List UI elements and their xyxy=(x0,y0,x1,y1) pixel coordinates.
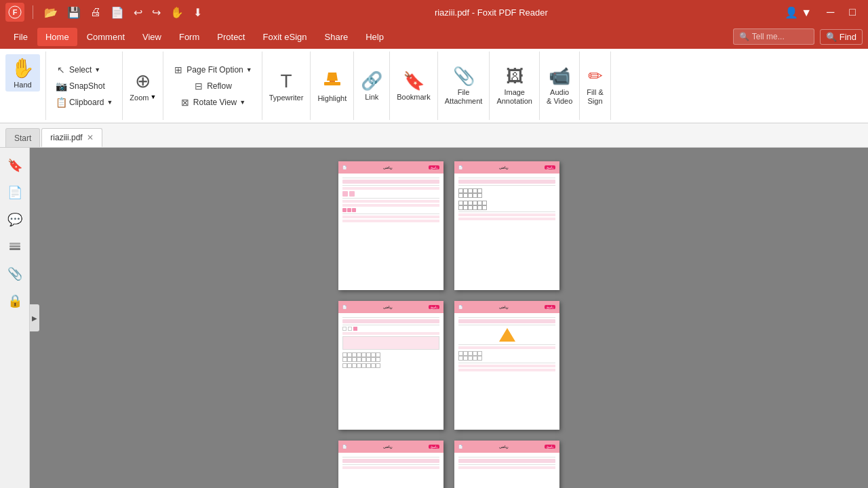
ribbon-group-link[interactable]: 🔗 Link xyxy=(354,52,390,120)
menu-bar-right: 🔍 🔍 Find xyxy=(733,28,863,45)
menu-form[interactable]: Form xyxy=(171,28,208,46)
tell-me-input[interactable] xyxy=(752,32,806,41)
page-header-3: 📄 ریاضی پاسخ xyxy=(338,301,443,313)
sidebar-pages-icon[interactable]: 📄 xyxy=(3,180,27,205)
download-icon[interactable]: ⬇ xyxy=(191,5,205,20)
ribbon-group-file-attachment[interactable]: 📎 FileAttachment xyxy=(438,52,490,120)
svg-rect-3 xyxy=(9,248,20,250)
hand-tool-icon[interactable]: ✋ xyxy=(167,5,186,20)
ribbon-group-highlight[interactable]: Highlight xyxy=(311,52,354,120)
pdf-page-1[interactable]: 📄 ریاضی پاسخ xyxy=(338,161,443,290)
sidebar-expand-btn[interactable]: ▶ xyxy=(30,304,39,331)
ribbon-group-hand: ✋ Hand xyxy=(0,52,46,120)
find-icon: 🔍 xyxy=(826,32,837,42)
fill-sign-icon: ✏ xyxy=(588,66,603,87)
ribbon-group-view: ⊞ Page Fit Option ▼ ⊟ Reflow ⊠ Rotate Vi… xyxy=(163,52,262,120)
ribbon-group-bookmark[interactable]: 🔖 Bookmark xyxy=(390,52,438,120)
bookmark-icon: 🔖 xyxy=(403,70,425,92)
audio-video-label: Audio& Video xyxy=(547,88,572,106)
pdf-page-4-content: 📄 ریاضی پاسخ xyxy=(454,301,559,430)
app-logo: F xyxy=(5,3,24,22)
select-group-btns: ↖ Select ▼ 📷 SnapShot 📋 Clipboard ▼ xyxy=(52,62,117,110)
find-toolbar[interactable]: 🔍 Find xyxy=(820,29,863,45)
clipboard-icon: 📋 xyxy=(56,97,66,108)
ribbon-group-audio-video[interactable]: 📹 Audio& Video xyxy=(540,52,580,120)
select-icon: ↖ xyxy=(56,64,66,75)
ribbon-group-fill-sign[interactable]: ✏ Fill &Sign xyxy=(580,52,610,120)
clipboard-btn[interactable]: 📋 Clipboard ▼ xyxy=(52,95,117,110)
page-4-body xyxy=(454,313,559,375)
pdf-page-5-content: 📄 ریاضی پاسخ xyxy=(338,441,443,488)
rotate-view-btn[interactable]: ⊠ Rotate View ▼ xyxy=(176,95,250,110)
sidebar-attachments-icon[interactable]: 📎 xyxy=(3,262,27,286)
menu-view[interactable]: View xyxy=(134,28,170,46)
menu-file[interactable]: File xyxy=(5,28,36,46)
sidebar-layers-icon[interactable] xyxy=(3,235,27,259)
image-annotation-icon: 🖼 xyxy=(506,66,524,87)
select-btn[interactable]: ↖ Select ▼ xyxy=(52,62,117,77)
sidebar-security-icon[interactable]: 🔒 xyxy=(3,289,27,313)
page-fit-btn[interactable]: ⊞ Page Fit Option ▼ xyxy=(169,62,256,77)
minimize-btn[interactable]: ─ xyxy=(820,3,841,21)
snapshot-icon: 📷 xyxy=(56,81,66,92)
pdf-page-6[interactable]: 📄 ریاضی پاسخ xyxy=(454,441,559,488)
page-fit-icon: ⊞ xyxy=(173,64,184,75)
pdf-page-4[interactable]: 📄 ریاضی پاسخ xyxy=(454,301,559,430)
zoom-dropdown-icon: ▼ xyxy=(150,94,156,100)
tabs-bar: Start riaziii.pdf ✕ xyxy=(0,123,868,148)
menu-protect[interactable]: Protect xyxy=(209,28,253,46)
tab-start[interactable]: Start xyxy=(5,128,40,147)
pdf-page-5[interactable]: 📄 ریاضی پاسخ xyxy=(338,441,443,488)
menu-home[interactable]: Home xyxy=(37,28,77,46)
tell-me-search[interactable]: 🔍 xyxy=(733,28,814,45)
sidebar-bookmark-icon[interactable]: 🔖 xyxy=(3,153,27,178)
menu-share[interactable]: Share xyxy=(317,28,357,46)
redo-icon[interactable]: ↪ xyxy=(149,5,163,20)
hand-tool-btn[interactable]: ✋ Hand xyxy=(5,54,40,92)
svg-rect-2 xyxy=(324,82,340,85)
file-attachment-label: FileAttachment xyxy=(445,88,483,106)
zoom-label-area: Zoom ▼ xyxy=(130,92,156,102)
maximize-btn[interactable]: □ xyxy=(842,3,863,21)
pdf-page-2[interactable]: 📄 ریاضی پاسخ xyxy=(454,161,559,290)
page-3-body xyxy=(338,313,443,371)
undo-icon[interactable]: ↩ xyxy=(131,5,145,20)
window-controls: 👤 ▼ ─ □ xyxy=(778,3,863,22)
main-area: 🔖 📄 💬 📎 🔒 ▶ 📄 ریاضی پاسخ xyxy=(0,148,868,488)
print-icon[interactable]: 🖨 xyxy=(87,5,104,20)
ribbon-group-zoom[interactable]: ⊕ Zoom ▼ xyxy=(123,52,163,120)
menu-foxit-esign[interactable]: Foxit eSign xyxy=(254,28,315,46)
menu-comment[interactable]: Comment xyxy=(79,28,133,46)
typewriter-icon: T xyxy=(280,70,292,92)
tab-close-btn[interactable]: ✕ xyxy=(87,133,94,142)
sidebar-comment-icon[interactable]: 💬 xyxy=(3,207,27,232)
page-5-body xyxy=(338,453,443,473)
open-icon[interactable]: 📂 xyxy=(41,5,60,20)
menu-help[interactable]: Help xyxy=(357,28,392,46)
pdf-viewer[interactable]: 📄 ریاضی پاسخ xyxy=(30,148,868,488)
tab-document[interactable]: riaziii.pdf ✕ xyxy=(41,128,102,147)
menu-bar: File Home Comment View Form Protect Foxi… xyxy=(0,24,868,49)
ribbon: ✋ Hand ↖ Select ▼ 📷 SnapShot 📋 Clipboard… xyxy=(0,49,868,123)
save-icon[interactable]: 💾 xyxy=(64,5,83,20)
highlight-icon xyxy=(323,70,342,93)
reflow-btn[interactable]: ⊟ Reflow xyxy=(189,79,236,94)
hand-icon: ✋ xyxy=(11,57,35,79)
pdf-page-3[interactable]: 📄 ریاضی پاسخ xyxy=(338,301,443,430)
ribbon-group-typewriter[interactable]: T Typewriter xyxy=(262,52,311,120)
page-2-body xyxy=(454,174,559,224)
fill-sign-label: Fill &Sign xyxy=(587,88,603,106)
rotate-dropdown-icon: ▼ xyxy=(239,99,245,106)
ribbon-group-image-annotation[interactable]: 🖼 ImageAnnotation xyxy=(490,52,540,120)
svg-rect-5 xyxy=(9,243,20,245)
svg-text:F: F xyxy=(13,8,18,16)
title-bar: F 📂 💾 🖨 📄 ↩ ↪ ✋ ⬇ riaziii.pdf - Foxit PD… xyxy=(0,0,868,24)
audio-video-icon: 📹 xyxy=(549,66,570,87)
user-account-btn[interactable]: 👤 ▼ xyxy=(778,3,818,22)
export-icon[interactable]: 📄 xyxy=(108,5,127,20)
snapshot-btn[interactable]: 📷 SnapShot xyxy=(52,79,117,94)
page-header-2: 📄 ریاضی پاسخ xyxy=(454,161,559,174)
find-label: Find xyxy=(840,32,856,42)
pdf-row-3: 📄 ریاضی پاسخ 📄 ریاضی xyxy=(338,441,559,488)
zoom-icon: ⊕ xyxy=(135,70,151,92)
